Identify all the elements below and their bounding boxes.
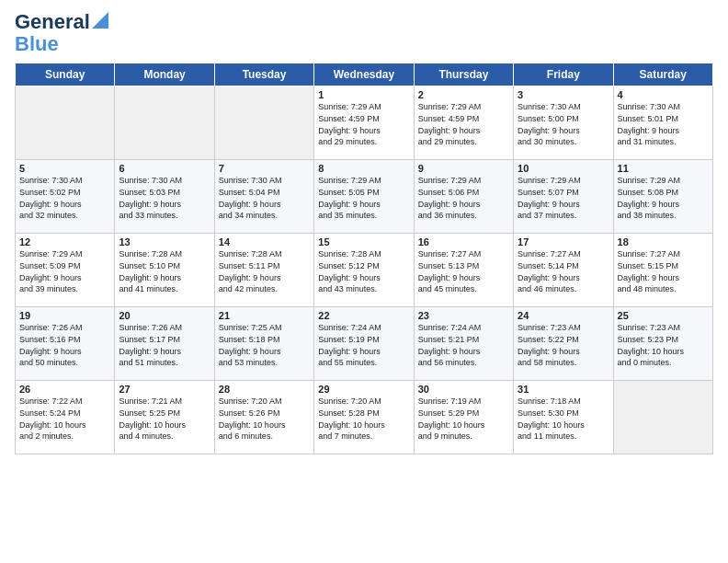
day-header-friday: Friday [514, 63, 613, 86]
calendar-cell: 7Sunrise: 7:30 AM Sunset: 5:04 PM Daylig… [214, 160, 313, 234]
calendar-week-1: 1Sunrise: 7:29 AM Sunset: 4:59 PM Daylig… [16, 86, 713, 160]
cell-content: Sunrise: 7:29 AM Sunset: 5:06 PM Dayligh… [418, 175, 509, 221]
calendar-week-5: 26Sunrise: 7:22 AM Sunset: 5:24 PM Dayli… [16, 381, 713, 454]
day-number: 30 [418, 384, 509, 395]
day-number: 15 [318, 236, 409, 247]
logo-blue: Blue [15, 33, 59, 55]
cell-content: Sunrise: 7:26 AM Sunset: 5:17 PM Dayligh… [119, 322, 210, 368]
day-number: 27 [119, 384, 210, 395]
calendar-header-row: SundayMondayTuesdayWednesdayThursdayFrid… [16, 63, 713, 86]
day-number: 21 [219, 310, 310, 321]
day-header-tuesday: Tuesday [214, 63, 313, 86]
day-number: 10 [518, 163, 609, 174]
calendar-cell: 21Sunrise: 7:25 AM Sunset: 5:18 PM Dayli… [214, 307, 313, 381]
day-number: 6 [119, 163, 210, 174]
cell-content: Sunrise: 7:28 AM Sunset: 5:11 PM Dayligh… [219, 248, 310, 294]
calendar-cell [214, 86, 313, 160]
day-number: 13 [119, 236, 210, 247]
day-number: 2 [418, 89, 509, 100]
calendar-cell: 14Sunrise: 7:28 AM Sunset: 5:11 PM Dayli… [214, 234, 313, 307]
calendar-cell: 4Sunrise: 7:30 AM Sunset: 5:01 PM Daylig… [613, 86, 712, 160]
day-number: 11 [618, 163, 709, 174]
calendar-cell: 25Sunrise: 7:23 AM Sunset: 5:23 PM Dayli… [613, 307, 712, 381]
day-number: 3 [518, 89, 609, 100]
cell-content: Sunrise: 7:27 AM Sunset: 5:14 PM Dayligh… [518, 248, 609, 294]
calendar-cell: 30Sunrise: 7:19 AM Sunset: 5:29 PM Dayli… [414, 381, 513, 454]
header: General Blue [15, 11, 713, 55]
logo: General Blue [15, 11, 108, 55]
day-number: 29 [318, 384, 409, 395]
calendar-cell: 13Sunrise: 7:28 AM Sunset: 5:10 PM Dayli… [115, 234, 214, 307]
day-number: 23 [418, 310, 509, 321]
day-number: 17 [518, 236, 609, 247]
calendar-cell: 26Sunrise: 7:22 AM Sunset: 5:24 PM Dayli… [16, 381, 115, 454]
calendar-cell: 1Sunrise: 7:29 AM Sunset: 4:59 PM Daylig… [314, 86, 414, 160]
day-number: 22 [318, 310, 409, 321]
cell-content: Sunrise: 7:21 AM Sunset: 5:25 PM Dayligh… [119, 396, 210, 442]
calendar-cell: 18Sunrise: 7:27 AM Sunset: 5:15 PM Dayli… [613, 234, 712, 307]
cell-content: Sunrise: 7:27 AM Sunset: 5:15 PM Dayligh… [618, 248, 709, 294]
cell-content: Sunrise: 7:27 AM Sunset: 5:13 PM Dayligh… [418, 248, 509, 294]
logo-icon [92, 12, 108, 29]
day-number: 4 [618, 89, 709, 100]
cell-content: Sunrise: 7:20 AM Sunset: 5:26 PM Dayligh… [219, 396, 310, 442]
day-number: 18 [618, 236, 709, 247]
calendar-week-2: 5Sunrise: 7:30 AM Sunset: 5:02 PM Daylig… [16, 160, 713, 234]
cell-content: Sunrise: 7:19 AM Sunset: 5:29 PM Dayligh… [418, 396, 509, 442]
cell-content: Sunrise: 7:28 AM Sunset: 5:10 PM Dayligh… [119, 248, 210, 294]
day-number: 24 [518, 310, 609, 321]
cell-content: Sunrise: 7:24 AM Sunset: 5:21 PM Dayligh… [418, 322, 509, 368]
calendar-cell: 15Sunrise: 7:28 AM Sunset: 5:12 PM Dayli… [314, 234, 414, 307]
cell-content: Sunrise: 7:30 AM Sunset: 5:01 PM Dayligh… [618, 101, 709, 147]
calendar-cell: 9Sunrise: 7:29 AM Sunset: 5:06 PM Daylig… [414, 160, 513, 234]
cell-content: Sunrise: 7:26 AM Sunset: 5:16 PM Dayligh… [19, 322, 110, 368]
day-number: 31 [518, 384, 609, 395]
cell-content: Sunrise: 7:30 AM Sunset: 5:04 PM Dayligh… [219, 175, 310, 221]
calendar-cell: 8Sunrise: 7:29 AM Sunset: 5:05 PM Daylig… [314, 160, 414, 234]
day-number: 9 [418, 163, 509, 174]
day-number: 12 [19, 236, 110, 247]
day-header-wednesday: Wednesday [314, 63, 414, 86]
svg-marker-0 [92, 12, 108, 29]
calendar-cell: 5Sunrise: 7:30 AM Sunset: 5:02 PM Daylig… [16, 160, 115, 234]
calendar-cell: 23Sunrise: 7:24 AM Sunset: 5:21 PM Dayli… [414, 307, 513, 381]
day-header-saturday: Saturday [613, 63, 712, 86]
calendar-week-3: 12Sunrise: 7:29 AM Sunset: 5:09 PM Dayli… [16, 234, 713, 307]
calendar-cell: 3Sunrise: 7:30 AM Sunset: 5:00 PM Daylig… [514, 86, 613, 160]
cell-content: Sunrise: 7:29 AM Sunset: 4:59 PM Dayligh… [318, 101, 409, 147]
cell-content: Sunrise: 7:29 AM Sunset: 5:07 PM Dayligh… [518, 175, 609, 221]
calendar-cell [115, 86, 214, 160]
cell-content: Sunrise: 7:23 AM Sunset: 5:22 PM Dayligh… [518, 322, 609, 368]
day-number: 25 [618, 310, 709, 321]
calendar-cell: 2Sunrise: 7:29 AM Sunset: 4:59 PM Daylig… [414, 86, 513, 160]
calendar-cell [613, 381, 712, 454]
day-number: 14 [219, 236, 310, 247]
logo-text: General [15, 11, 90, 33]
calendar-cell: 6Sunrise: 7:30 AM Sunset: 5:03 PM Daylig… [115, 160, 214, 234]
day-header-sunday: Sunday [16, 63, 115, 86]
calendar-cell: 29Sunrise: 7:20 AM Sunset: 5:28 PM Dayli… [314, 381, 414, 454]
cell-content: Sunrise: 7:20 AM Sunset: 5:28 PM Dayligh… [318, 396, 409, 442]
calendar-table: SundayMondayTuesdayWednesdayThursdayFrid… [15, 63, 713, 454]
day-number: 7 [219, 163, 310, 174]
day-number: 28 [219, 384, 310, 395]
page-container: General Blue SundayMondayTuesdayWednesda… [0, 0, 728, 462]
calendar-cell: 31Sunrise: 7:18 AM Sunset: 5:30 PM Dayli… [514, 381, 613, 454]
calendar-cell: 22Sunrise: 7:24 AM Sunset: 5:19 PM Dayli… [314, 307, 414, 381]
calendar-week-4: 19Sunrise: 7:26 AM Sunset: 5:16 PM Dayli… [16, 307, 713, 381]
calendar-cell: 24Sunrise: 7:23 AM Sunset: 5:22 PM Dayli… [514, 307, 613, 381]
cell-content: Sunrise: 7:24 AM Sunset: 5:19 PM Dayligh… [318, 322, 409, 368]
day-number: 1 [318, 89, 409, 100]
cell-content: Sunrise: 7:23 AM Sunset: 5:23 PM Dayligh… [618, 322, 709, 368]
calendar-cell: 20Sunrise: 7:26 AM Sunset: 5:17 PM Dayli… [115, 307, 214, 381]
cell-content: Sunrise: 7:29 AM Sunset: 5:05 PM Dayligh… [318, 175, 409, 221]
cell-content: Sunrise: 7:29 AM Sunset: 4:59 PM Dayligh… [418, 101, 509, 147]
cell-content: Sunrise: 7:30 AM Sunset: 5:03 PM Dayligh… [119, 175, 210, 221]
day-number: 8 [318, 163, 409, 174]
day-number: 20 [119, 310, 210, 321]
calendar-cell: 19Sunrise: 7:26 AM Sunset: 5:16 PM Dayli… [16, 307, 115, 381]
day-number: 5 [19, 163, 110, 174]
calendar-cell: 17Sunrise: 7:27 AM Sunset: 5:14 PM Dayli… [514, 234, 613, 307]
calendar-cell: 12Sunrise: 7:29 AM Sunset: 5:09 PM Dayli… [16, 234, 115, 307]
cell-content: Sunrise: 7:29 AM Sunset: 5:08 PM Dayligh… [618, 175, 709, 221]
